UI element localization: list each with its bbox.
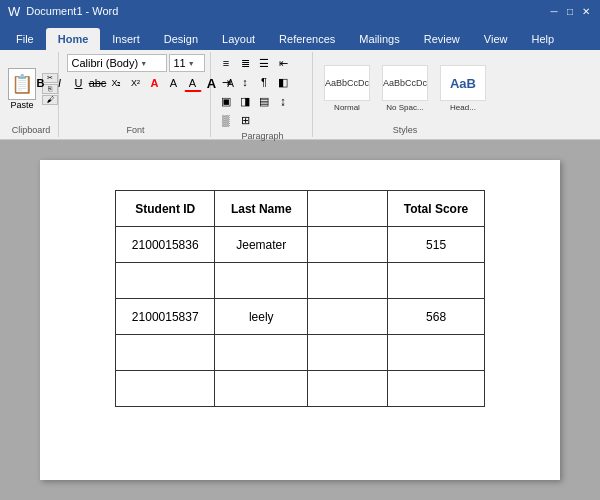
style-heading[interactable]: AaB Head... (436, 62, 490, 115)
tab-view[interactable]: View (472, 28, 520, 50)
cell-last-name-3: leely (215, 299, 308, 335)
numbered-list-button[interactable]: ≣ (236, 54, 254, 72)
cell-last-name-2 (215, 263, 308, 299)
title-bar: W Document1 - Word ─ □ ✕ (0, 0, 600, 22)
increase-indent-button[interactable]: ⇥ (217, 73, 235, 91)
cell-col3-5 (308, 371, 388, 407)
align-left-button[interactable]: ◧ (274, 73, 292, 91)
font-name-arrow: ▼ (140, 60, 147, 67)
cell-last-name-4 (215, 335, 308, 371)
cell-student-id-2 (116, 263, 215, 299)
maximize-button[interactable]: □ (564, 5, 576, 17)
style-heading-name: Head... (450, 103, 476, 112)
style-no-spacing[interactable]: AaBbCcDc No Spac... (378, 62, 432, 115)
cell-student-id-4 (116, 335, 215, 371)
tab-layout[interactable]: Layout (210, 28, 267, 50)
strikethrough-button[interactable]: abc (89, 74, 107, 92)
title-bar-left: W Document1 - Word (8, 4, 118, 19)
tab-review[interactable]: Review (412, 28, 472, 50)
format-painter-button[interactable]: 🖌 (42, 95, 58, 105)
format-buttons: B I U abc X₂ X² A A A A A (32, 74, 240, 92)
tab-help[interactable]: Help (519, 28, 566, 50)
cell-last-name-5 (215, 371, 308, 407)
cell-total-score-2 (388, 263, 485, 299)
font-controls: Calibri (Body) ▼ 11 ▼ B I U abc X₂ X² A (65, 54, 206, 123)
sort-button[interactable]: ↕ (236, 73, 254, 91)
style-no-spacing-preview: AaBbCcDc (382, 65, 428, 101)
cell-student-id-5 (116, 371, 215, 407)
cell-total-score-3: 568 (388, 299, 485, 335)
tab-file[interactable]: File (4, 28, 46, 50)
col-last-name: Last Name (215, 191, 308, 227)
align-right-button[interactable]: ◨ (236, 92, 254, 110)
tab-mailings[interactable]: Mailings (347, 28, 411, 50)
style-no-spacing-name: No Spac... (386, 103, 423, 112)
cell-student-id-3: 2100015837 (116, 299, 215, 335)
font-name-row: Calibri (Body) ▼ 11 ▼ (67, 54, 205, 72)
minimize-button[interactable]: ─ (548, 5, 560, 17)
text-color-button[interactable]: A (184, 74, 202, 92)
show-formatting-button[interactable]: ¶ (255, 73, 273, 91)
align-center-button[interactable]: ▣ (217, 92, 235, 110)
decrease-indent-button[interactable]: ⇤ (274, 54, 292, 72)
style-heading-preview: AaB (440, 65, 486, 101)
line-spacing-button[interactable]: ↨ (274, 92, 292, 110)
ribbon: 📋 Paste ✂ ⎘ 🖌 Clipboard Calibri (Body) ▼… (0, 50, 600, 140)
paragraph-controls: ≡ ≣ ☰ ⇤ ⇥ ↕ ¶ ◧ ▣ ◨ ▤ ↨ ▒ ⊞ (217, 54, 308, 129)
cell-total-score-4 (388, 335, 485, 371)
font-size-selector[interactable]: 11 ▼ (169, 54, 205, 72)
style-normal[interactable]: AaBbCcDc Normal (320, 62, 374, 115)
font-group-label: Font (126, 123, 144, 135)
font-highlight-button[interactable]: A (165, 74, 183, 92)
cell-col3-4 (308, 335, 388, 371)
close-button[interactable]: ✕ (580, 5, 592, 17)
subscript-button[interactable]: X₂ (108, 74, 126, 92)
col-student-id: Student ID (116, 191, 215, 227)
cell-col3-2 (308, 263, 388, 299)
data-table: Student ID Last Name Total Score 2100015… (115, 190, 485, 407)
tab-references[interactable]: References (267, 28, 347, 50)
table-header-row: Student ID Last Name Total Score (116, 191, 485, 227)
table-row (116, 335, 485, 371)
bullet-list-button[interactable]: ≡ (217, 54, 235, 72)
col-empty (308, 191, 388, 227)
font-size-arrow: ▼ (188, 60, 195, 67)
font-name-selector[interactable]: Calibri (Body) ▼ (67, 54, 167, 72)
underline-button[interactable]: U (70, 74, 88, 92)
window-title: Document1 - Word (26, 5, 118, 17)
table-row: 2100015837 leely 568 (116, 299, 485, 335)
italic-button[interactable]: I (51, 74, 69, 92)
ribbon-tabs: File Home Insert Design Layout Reference… (0, 22, 600, 50)
font-group: Calibri (Body) ▼ 11 ▼ B I U abc X₂ X² A (61, 52, 211, 137)
clipboard-label: Clipboard (12, 123, 51, 135)
table-row (116, 371, 485, 407)
font-size-value: 11 (174, 57, 186, 69)
tab-home[interactable]: Home (46, 28, 101, 50)
tab-insert[interactable]: Insert (100, 28, 152, 50)
paste-button[interactable]: 📋 Paste (4, 66, 40, 112)
font-format-row: B I U abc X₂ X² A A A A A (32, 74, 240, 92)
paragraph-label: Paragraph (241, 129, 283, 141)
clipboard-group: 📋 Paste ✂ ⎘ 🖌 Clipboard (4, 52, 59, 137)
cell-total-score-1: 515 (388, 227, 485, 263)
table-row (116, 263, 485, 299)
styles-group: AaBbCcDc Normal AaBbCcDc No Spac... AaB … (315, 52, 495, 137)
font-color-button[interactable]: A (146, 74, 164, 92)
multilevel-list-button[interactable]: ☰ (255, 54, 273, 72)
document-page: Student ID Last Name Total Score 2100015… (40, 160, 560, 480)
justify-button[interactable]: ▤ (255, 92, 273, 110)
paste-label: Paste (10, 100, 33, 110)
paste-icon: 📋 (8, 68, 36, 100)
superscript-button[interactable]: X² (127, 74, 145, 92)
app-icon: W (8, 4, 20, 19)
shading-button[interactable]: ▒ (217, 111, 235, 129)
style-normal-name: Normal (334, 103, 360, 112)
cell-total-score-5 (388, 371, 485, 407)
cell-student-id-1: 2100015836 (116, 227, 215, 263)
col-total-score: Total Score (388, 191, 485, 227)
font-name-value: Calibri (Body) (72, 57, 139, 69)
tab-design[interactable]: Design (152, 28, 210, 50)
style-normal-preview: AaBbCcDc (324, 65, 370, 101)
border-button[interactable]: ⊞ (236, 111, 254, 129)
window-controls: ─ □ ✕ (548, 5, 592, 17)
